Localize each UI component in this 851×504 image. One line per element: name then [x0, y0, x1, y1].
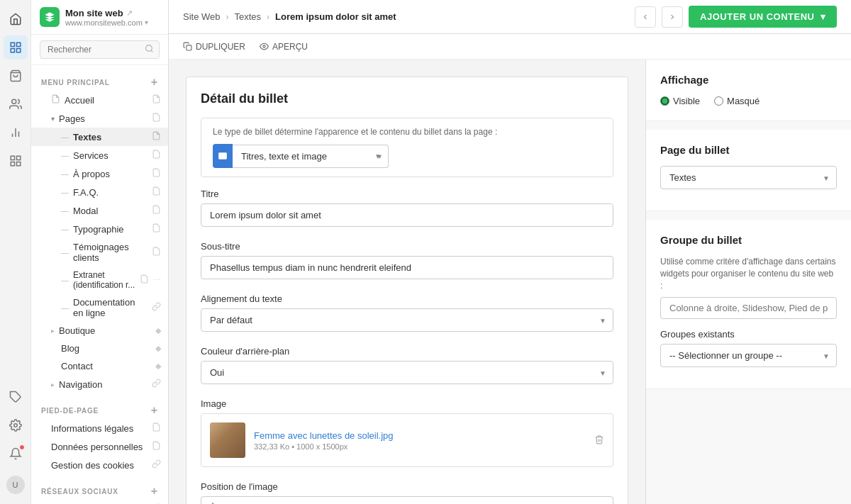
pages-icon-btn[interactable]: [4, 35, 28, 60]
nav-contact-label: Contact: [51, 361, 151, 371]
textes-page-icon: [152, 131, 161, 142]
nav-boutique[interactable]: ▸ Boutique ◆: [31, 322, 168, 340]
shop-icon-btn[interactable]: [4, 64, 28, 88]
textes-dash-icon: —: [61, 133, 69, 141]
users-icon-btn[interactable]: [4, 92, 28, 116]
alignement-texte-select[interactable]: Par défaut Gauche Centre Droite: [201, 308, 613, 332]
nav-extranet-label: Extranet (identification r...: [73, 270, 135, 290]
extranet-lock-icon: ⋯: [153, 276, 161, 285]
site-name: Mon site web: [65, 8, 123, 18]
visible-radio-label[interactable]: Visible: [660, 96, 700, 106]
groupe-desc: Utilisé comme critère d'affichage dans c…: [660, 256, 837, 291]
groupes-existants-select[interactable]: -- Sélectionner un groupe --: [660, 344, 837, 367]
nav-typographie[interactable]: — Typographie: [31, 220, 168, 238]
nav-documentation[interactable]: — Documentation en ligne: [31, 293, 168, 322]
couleur-select[interactable]: Oui Non: [201, 361, 613, 384]
url-dropdown-icon[interactable]: ▾: [145, 18, 148, 26]
notifications-icon-btn[interactable]: [4, 442, 28, 466]
dupliquer-btn[interactable]: DUPLIQUER: [183, 39, 245, 55]
search-icon: [145, 44, 154, 55]
nav-donnees-perso[interactable]: Données personnelles: [31, 437, 168, 456]
user-avatar-btn[interactable]: U: [4, 473, 28, 497]
svg-rect-9: [11, 156, 14, 159]
apercu-label: APERÇU: [272, 42, 308, 52]
nav-temoignages[interactable]: — Témoignages clients: [31, 238, 168, 267]
add-menu-item-btn[interactable]: +: [151, 77, 158, 88]
nav-contact[interactable]: Contact ◆: [31, 357, 168, 375]
search-input[interactable]: [40, 40, 160, 59]
nav-navigation[interactable]: ▸ Navigation: [31, 375, 168, 393]
position-image-select[interactable]: À gauche À droite Au centre: [201, 496, 613, 504]
settings-icon-btn[interactable]: [4, 413, 28, 437]
nav-gestion-cookies[interactable]: Gestion des cookies: [31, 456, 168, 474]
image-group: Image Femme avec lunettes de soleil.jpg …: [201, 398, 613, 467]
nav-typo-label: Typographie: [73, 224, 148, 235]
right-panel: Affichage Visible Masqué Page du billet: [645, 60, 851, 504]
apropos-icon: [152, 168, 161, 179]
home-icon-btn[interactable]: [4, 7, 28, 31]
svg-rect-12: [16, 162, 20, 166]
svg-point-14: [13, 424, 17, 427]
nav-textes[interactable]: — Textes: [31, 128, 168, 146]
top-nav-buttons: AJOUTER UN CONTENU ▾: [635, 6, 837, 28]
sous-titre-input[interactable]: [201, 256, 613, 279]
external-link-icon[interactable]: ↗: [126, 9, 133, 18]
type-label: Le type de billet détermine l'apparence …: [213, 127, 601, 137]
breadcrumb-textes[interactable]: Textes: [235, 11, 262, 22]
nav-pages[interactable]: ▾ Pages: [31, 109, 168, 128]
page-icon: [51, 94, 60, 106]
apercu-btn[interactable]: APERÇU: [260, 39, 308, 55]
prev-btn[interactable]: [635, 6, 656, 28]
breadcrumb-site-web[interactable]: Site Web: [183, 11, 221, 22]
affichage-title: Affichage: [660, 74, 837, 86]
svg-rect-11: [11, 162, 14, 166]
titre-input[interactable]: [201, 203, 613, 227]
cookies-link-icon: [152, 459, 161, 471]
nav-cookies-label: Gestion des cookies: [51, 460, 148, 471]
next-btn[interactable]: [662, 6, 683, 28]
visible-radio[interactable]: [660, 96, 669, 106]
svg-rect-17: [187, 45, 191, 50]
masque-radio[interactable]: [714, 96, 723, 106]
nav-facebook[interactable]: Facebook: [31, 500, 168, 504]
nav-donnees-label: Données personnelles: [51, 442, 148, 452]
detail-billet-card: Détail du billet Le type de billet déter…: [186, 77, 628, 504]
nav-accueil[interactable]: Accueil: [31, 91, 168, 109]
position-image-group: Position de l'image À gauche À droite Au…: [201, 481, 613, 504]
image-filename[interactable]: Femme avec lunettes de soleil.jpg: [254, 430, 394, 441]
image-box: Femme avec lunettes de soleil.jpg 332,33…: [201, 413, 613, 467]
collapse-icon: ▾: [51, 115, 55, 123]
nav-infos-legales[interactable]: Informations légales: [31, 419, 168, 437]
nav-modal[interactable]: — Modal: [31, 201, 168, 220]
type-select[interactable]: Titres, texte et image Titre seulement I…: [233, 145, 389, 168]
nav-services[interactable]: — Services: [31, 146, 168, 164]
nav-apropos[interactable]: — À propos: [31, 164, 168, 183]
add-footer-btn[interactable]: +: [151, 405, 158, 416]
position-image-label: Position de l'image: [201, 481, 613, 492]
image-thumbnail: [210, 422, 245, 458]
groupes-existants-select-wrapper: -- Sélectionner un groupe --: [660, 344, 837, 367]
pages-page-icon: [152, 113, 161, 124]
add-social-btn[interactable]: +: [151, 486, 158, 497]
icon-strip: U: [0, 0, 31, 504]
groupes-existants-label: Groupes existants: [660, 329, 837, 340]
svg-point-5: [11, 99, 16, 103]
doc-link-icon: [152, 302, 161, 313]
masque-radio-label[interactable]: Masqué: [714, 96, 760, 106]
extranet-dash: —: [61, 276, 69, 284]
nav-faq[interactable]: — F.A.Q.: [31, 183, 168, 201]
main-panel: Détail du billet Le type de billet déter…: [169, 60, 645, 504]
nav-extranet[interactable]: — Extranet (identification r... ⋯: [31, 267, 168, 293]
image-delete-btn[interactable]: [594, 435, 604, 447]
svg-line-16: [151, 50, 152, 52]
nav-blog[interactable]: Blog ◆: [31, 340, 168, 357]
affichage-radio-group: Visible Masqué: [660, 96, 837, 106]
search-area: [31, 35, 168, 65]
add-content-button[interactable]: AJOUTER UN CONTENU ▾: [689, 6, 837, 28]
extensions-icon-btn[interactable]: [4, 385, 28, 409]
stats-icon-btn[interactable]: [4, 121, 28, 145]
page-billet-select[interactable]: Textes Accueil Services: [660, 166, 837, 189]
nav-blog-label: Blog: [51, 343, 151, 354]
grid-icon-btn[interactable]: [4, 149, 28, 173]
groupe-input[interactable]: [660, 297, 837, 319]
